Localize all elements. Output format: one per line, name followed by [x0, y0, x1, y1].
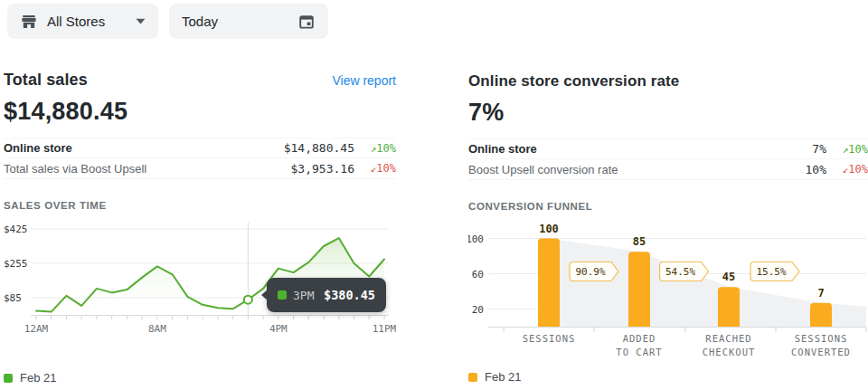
- legend-label: Feb 21: [20, 371, 56, 385]
- metric-label: Boost Upsell conversion rate: [468, 163, 718, 176]
- storefront-icon: [20, 13, 38, 31]
- metric-label: Online store: [4, 141, 246, 155]
- metric-value: $3,953.16: [246, 162, 354, 176]
- total-sales-value: $14,880.45: [4, 98, 396, 126]
- svg-text:60: 60: [472, 269, 484, 281]
- chevron-down-icon: [136, 18, 146, 24]
- funnel-bar-chart-svg[interactable]: 10060201008545790.9%54.5%15.5%SESSIONSAD…: [468, 215, 868, 358]
- svg-text:15.5%: 15.5%: [756, 266, 786, 278]
- legend-swatch-green: [4, 374, 13, 383]
- svg-text:$85: $85: [4, 292, 22, 304]
- svg-text:7: 7: [817, 287, 824, 300]
- section-title-conversion-funnel: CONVERSION FUNNEL: [468, 201, 868, 212]
- conversion-breakdown: Online store 7% ↗10% Boost Upsell conver…: [468, 138, 868, 180]
- legend-swatch-orange: [468, 373, 477, 382]
- date-selector-button[interactable]: Today: [169, 4, 328, 39]
- svg-text:$425: $425: [4, 224, 28, 235]
- svg-text:TO CART: TO CART: [616, 347, 662, 357]
- metric-change: ↙10%: [354, 162, 396, 175]
- total-sales-panel: Total sales View report $14,880.45 Onlin…: [0, 43, 434, 385]
- conversion-rate-panel: Online store conversion rate 7% Online s…: [434, 43, 868, 385]
- calendar-icon: [297, 13, 316, 31]
- svg-text:11PM: 11PM: [373, 323, 396, 335]
- metric-row-online-store: Online store $14,880.45 ↗10%: [4, 138, 396, 158]
- section-title-sales-over-time: SALES OVER TIME: [4, 200, 396, 211]
- svg-text:$255: $255: [4, 258, 28, 270]
- svg-text:4PM: 4PM: [269, 323, 288, 335]
- svg-text:CONVERTED: CONVERTED: [791, 347, 851, 357]
- svg-text:CHECKOUT: CHECKOUT: [703, 347, 756, 357]
- metric-value: 7%: [718, 142, 826, 156]
- total-sales-breakdown: Online store $14,880.45 ↗10% Total sales…: [4, 138, 396, 179]
- svg-text:SESSIONS: SESSIONS: [795, 333, 848, 344]
- sales-chart-legend: Feb 21: [4, 371, 396, 385]
- metric-change: ↗10%: [826, 143, 868, 156]
- svg-text:20: 20: [472, 304, 484, 316]
- filter-toolbar: All Stores Today: [0, 0, 868, 43]
- panel-title-total-sales: Total sales: [4, 71, 88, 90]
- store-selector-label: All Stores: [47, 14, 105, 29]
- metric-row-online-store-rate: Online store 7% ↗10%: [468, 138, 868, 159]
- metric-label: Total sales via Boost Upsell: [4, 162, 246, 176]
- svg-text:100: 100: [539, 223, 559, 235]
- svg-text:SESSIONS: SESSIONS: [523, 333, 576, 344]
- svg-text:45: 45: [722, 271, 735, 283]
- tooltip-time: 3PM: [293, 289, 314, 302]
- metric-row-boost-upsell-rate: Boost Upsell conversion rate 10% ↙10%: [468, 159, 868, 180]
- svg-text:54.5%: 54.5%: [665, 266, 695, 278]
- metric-value: 10%: [718, 163, 826, 176]
- funnel-chart-legend: Feb 21: [468, 370, 868, 384]
- svg-text:8AM: 8AM: [148, 323, 166, 335]
- metric-label: Online store: [468, 142, 718, 156]
- metric-change: ↙10%: [826, 163, 868, 176]
- chart-tooltip: 3PM $380.45: [267, 278, 386, 312]
- sales-over-time-chart[interactable]: $425$255$8512AM8AM4PM11PM 3PM $380.45: [4, 218, 396, 341]
- svg-text:REACHED: REACHED: [705, 333, 751, 344]
- metric-change: ↗10%: [354, 142, 396, 155]
- svg-text:85: 85: [633, 235, 646, 248]
- date-selector-label: Today: [182, 14, 218, 29]
- metric-value: $14,880.45: [246, 141, 354, 155]
- tooltip-series-swatch: [278, 290, 287, 300]
- legend-label: Feb 21: [485, 370, 521, 384]
- svg-text:100: 100: [468, 233, 484, 245]
- conversion-rate-value: 7%: [468, 99, 868, 127]
- view-report-link[interactable]: View report: [332, 73, 396, 88]
- svg-text:90.9%: 90.9%: [575, 266, 605, 278]
- svg-text:12AM: 12AM: [24, 323, 49, 335]
- svg-text:ADDED: ADDED: [623, 333, 656, 344]
- tooltip-value: $380.45: [324, 288, 375, 302]
- conversion-funnel-chart[interactable]: 10060201008545790.9%54.5%15.5%SESSIONSAD…: [468, 215, 868, 362]
- store-selector-button[interactable]: All Stores: [7, 4, 158, 39]
- panel-title-conversion-rate: Online store conversion rate: [468, 72, 679, 90]
- metric-row-boost-upsell-sales: Total sales via Boost Upsell $3,953.16 ↙…: [4, 158, 396, 179]
